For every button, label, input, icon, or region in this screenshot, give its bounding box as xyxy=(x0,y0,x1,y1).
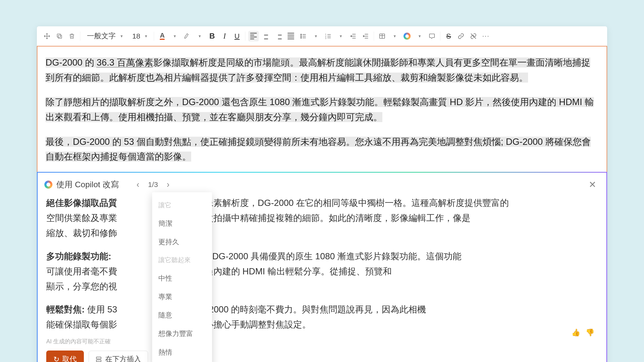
suggestion-paragraph: 多功能錄製功能: 品質，DG-2000 具備優異的原生 1080 漸進式影片錄製… xyxy=(46,249,598,294)
svg-point-4 xyxy=(301,37,302,38)
font-size-value: 18 xyxy=(132,32,140,40)
align-justify-button[interactable] xyxy=(286,31,296,41)
chevron-down-icon[interactable]: ▾ xyxy=(336,31,346,41)
thumbs-down-button[interactable]: 👎 xyxy=(586,326,594,339)
copilot-title: 使用 Copilot 改寫 xyxy=(56,179,119,190)
move-icon[interactable] xyxy=(42,31,52,41)
replace-button[interactable]: ↻ 取代 xyxy=(46,351,84,362)
pager-label: 1/3 xyxy=(148,181,158,189)
outdent-button[interactable] xyxy=(348,31,358,41)
chevron-down-icon[interactable]: ▾ xyxy=(170,31,180,41)
bullet-list-button[interactable] xyxy=(298,31,308,41)
suggestion-paragraph: 絕佳影像擷取品質 百萬像素解析度，DG-2000 在它的相同等級中獨樹一格。這種… xyxy=(46,196,598,241)
prev-suggestion-button[interactable]: ‹ xyxy=(133,180,143,190)
italic-button[interactable]: I xyxy=(219,31,230,41)
insert-below-button[interactable]: 在下方插入 xyxy=(89,351,148,362)
doc-paragraph: DG-2000 的 36.3 百萬像素影像擷取解析度是同級的市場龍頭。最高解析度… xyxy=(46,55,598,85)
svg-rect-1 xyxy=(57,34,60,37)
copilot-toolbar-button[interactable] xyxy=(402,31,412,41)
separator xyxy=(440,31,440,41)
tone-option-longer[interactable]: 更持久 xyxy=(152,233,212,251)
suggestion-paragraph: 輕鬆對焦: 使用 53 使用 DG-2000 的時刻毫不費力。與對焦問題說再見，… xyxy=(46,302,598,332)
copilot-suggestion-body: 絕佳影像擷取品質 百萬像素解析度，DG-2000 在它的相同等級中獨樹一格。這種… xyxy=(38,196,606,338)
separator xyxy=(80,31,80,41)
align-right-button[interactable] xyxy=(273,31,284,41)
document-selection: DG-2000 的 36.3 百萬像素影像擷取解析度是同級的市場龍頭。最高解析度… xyxy=(37,46,607,172)
tone-option-imaginative[interactable]: 想像力豐富 xyxy=(152,325,212,343)
svg-rect-25 xyxy=(96,360,101,362)
more-icon[interactable]: ··· xyxy=(480,31,491,41)
feedback-buttons: 👍 👎 xyxy=(572,326,594,339)
unlink-button[interactable] xyxy=(468,31,479,41)
indent-button[interactable] xyxy=(360,31,371,41)
font-color-button[interactable]: A xyxy=(157,31,168,41)
ai-disclaimer: AI 生成的內容可能不正確 xyxy=(38,338,606,351)
toolbar: 一般文字 ▾ 18 ▾ A ▾ ▾ B I U ▾ 123 ▾ xyxy=(37,26,607,46)
tone-option-professional[interactable]: 專業 xyxy=(152,288,212,306)
link-button[interactable] xyxy=(456,31,466,41)
underline-button[interactable]: U xyxy=(232,31,242,41)
copilot-rewrite-panel: 使用 Copilot 改寫 ‹ 1/3 › ✕ 絕佳影像擷取品質 百萬像素解析度… xyxy=(37,172,607,362)
thumbs-up-button[interactable]: 👍 xyxy=(572,326,580,339)
copilot-footer: ↻ 取代 在下方插入 xyxy=(38,351,606,362)
doc-paragraph: 除了靜態相片的擷取解析度之外，DG-2000 還包含原生 1080 漸進式影片錄… xyxy=(46,95,598,124)
separator xyxy=(374,31,374,41)
copilot-header: 使用 Copilot 改寫 ‹ 1/3 › ✕ xyxy=(38,173,606,196)
app-window: 一般文字 ▾ 18 ▾ A ▾ ▾ B I U ▾ 123 ▾ xyxy=(37,26,607,362)
copilot-icon xyxy=(44,181,52,189)
svg-point-3 xyxy=(301,36,302,37)
suggestion-pager: ‹ 1/3 › xyxy=(133,180,173,190)
tone-option-neutral[interactable]: 中性 xyxy=(152,269,212,288)
align-left-button[interactable] xyxy=(248,31,259,41)
chevron-down-icon[interactable]: ▾ xyxy=(310,31,321,41)
style-combo[interactable]: 一般文字 ▾ xyxy=(83,30,126,42)
delete-icon[interactable] xyxy=(66,31,77,41)
align-center-button[interactable] xyxy=(261,31,271,41)
svg-point-2 xyxy=(301,34,302,35)
strikethrough-button[interactable]: S xyxy=(443,31,454,41)
chevron-down-icon[interactable]: ▾ xyxy=(389,31,400,41)
highlight-button[interactable] xyxy=(182,31,192,41)
tone-option-casual[interactable]: 隨意 xyxy=(152,306,212,325)
separator xyxy=(245,31,245,41)
chevron-down-icon: ▾ xyxy=(145,33,147,39)
svg-rect-0 xyxy=(58,35,62,38)
chevron-down-icon[interactable]: ▾ xyxy=(414,31,425,41)
replace-icon: ↻ xyxy=(54,355,60,362)
insert-below-icon xyxy=(96,356,102,362)
insert-below-label: 在下方插入 xyxy=(105,354,141,362)
tone-option-concise[interactable]: 簡潔 xyxy=(152,214,212,233)
tone-section-label: 讓它聽起來 xyxy=(152,251,212,269)
svg-text:3: 3 xyxy=(325,37,326,39)
tone-section-label: 讓它 xyxy=(152,197,212,214)
tone-menu: 讓它 簡潔 更持久 讓它聽起來 中性 專業 隨意 想像力豐富 熱情 xyxy=(152,192,212,362)
table-button[interactable] xyxy=(377,31,388,41)
numbered-list-button[interactable]: 123 xyxy=(323,31,334,41)
separator xyxy=(154,31,154,41)
chevron-down-icon: ▾ xyxy=(120,33,123,39)
svg-rect-24 xyxy=(96,357,101,359)
next-suggestion-button[interactable]: › xyxy=(163,180,173,190)
style-combo-label: 一般文字 xyxy=(87,31,116,41)
doc-paragraph: 最後，DG-2000 的 53 個自動對焦點，使正確捕捉鏡頭變得前所未有地容易。… xyxy=(46,134,598,164)
copy-icon[interactable] xyxy=(54,31,65,41)
font-size-combo[interactable]: 18 ▾ xyxy=(128,31,151,42)
close-button[interactable]: ✕ xyxy=(587,178,598,191)
comment-button[interactable] xyxy=(427,31,437,41)
replace-label: 取代 xyxy=(62,354,77,362)
chevron-down-icon[interactable]: ▾ xyxy=(194,31,205,41)
bold-button[interactable]: B xyxy=(207,31,217,41)
tone-option-enthusiastic[interactable]: 熱情 xyxy=(152,343,212,362)
